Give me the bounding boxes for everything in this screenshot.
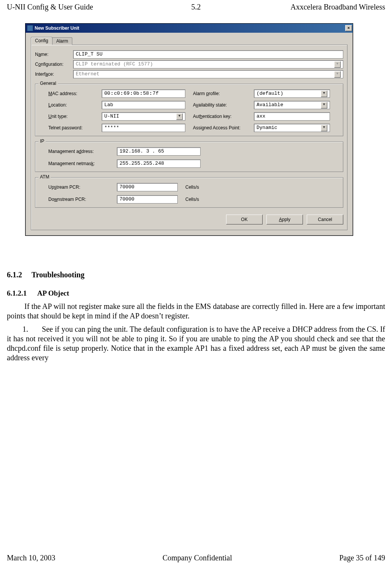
footer-center: Company Confidential — [55, 553, 339, 563]
tab-alarm[interactable]: Alarm — [52, 37, 72, 45]
interface-select: Ethernet ▼ — [73, 70, 343, 78]
heading-6-1-2: 6.1.2 Troubleshooting — [7, 270, 385, 280]
list-item-1: 1. See if you can ping the unit. The def… — [7, 325, 385, 363]
name-input[interactable]: CLIP_T SU — [73, 50, 343, 59]
upstream-pcr-input[interactable]: 70000 — [117, 183, 178, 191]
group-ip: IP Management address: 192.168. 3 . 65 M… — [35, 142, 343, 172]
configuration-select[interactable]: CLIP terminated (RFC 1577) ▼ — [73, 60, 343, 68]
alarm-profile-select[interactable]: (default)▼ — [254, 89, 330, 98]
legend-atm: ATM — [38, 174, 51, 180]
telnet-password-input[interactable]: ***** — [102, 124, 185, 132]
paragraph-intro: If the AP will not register make sure al… — [7, 302, 385, 321]
chevron-down-icon: ▼ — [334, 61, 341, 68]
unit-type-select[interactable]: U-NII▼ — [102, 112, 185, 121]
upstream-pcr-label: Upstream PCR: — [48, 185, 109, 190]
alarm-profile-label: Alarm profile: — [193, 91, 246, 97]
list-text: See if you can ping the unit. The defaul… — [7, 325, 385, 362]
tab-row: Config Alarm — [31, 37, 347, 45]
window-title: New Subscriber Unit — [35, 25, 79, 31]
downstream-pcr-input[interactable]: 70000 — [117, 195, 178, 204]
group-general: General MAC address: 00:c0:69:0b:58:7f A… — [35, 84, 343, 136]
downstream-pcr-label: Downstream PCR: — [48, 197, 109, 202]
heading-6-1-2-1: 6.1.2.1 AP Object — [7, 289, 385, 298]
chevron-down-icon: ▼ — [334, 71, 341, 78]
legend-ip: IP — [38, 138, 46, 144]
tab-config[interactable]: Config — [31, 37, 53, 45]
chevron-down-icon: ▼ — [321, 102, 327, 108]
header-right: Axxcelera Broadband Wireless — [290, 2, 385, 12]
unit-type-label: Unit type: — [48, 114, 94, 119]
auth-key-input[interactable]: axx — [254, 112, 330, 121]
header-left: U-NII Config & User Guide — [7, 2, 93, 12]
assigned-ap-select[interactable]: Dynamic▼ — [254, 124, 330, 132]
tab-config-label: Config — [35, 38, 48, 43]
ok-button[interactable]: OK — [226, 215, 263, 224]
location-input[interactable]: Lab — [102, 101, 185, 109]
dialog-new-subscriber-unit: New Subscriber Unit × Config Alarm Name:… — [25, 23, 353, 236]
mac-label: MAC address: — [48, 91, 94, 97]
interface-label: Interface: — [35, 72, 73, 77]
chevron-down-icon: ▼ — [176, 113, 183, 120]
mgmt-netmask-label: Management netmask: — [48, 161, 109, 167]
telnet-label: Telnet password: — [48, 125, 94, 131]
mgmt-address-input[interactable]: 192.168. 3 . 65 — [117, 147, 201, 156]
availability-label: Availability state: — [193, 102, 246, 108]
list-number: 1. — [22, 325, 28, 333]
titlebar[interactable]: New Subscriber Unit × — [25, 24, 353, 33]
mgmt-netmask-input[interactable]: 255.255.255.248 — [117, 159, 201, 168]
footer-right: Page 35 of 149 — [339, 553, 385, 563]
location-label: Location: — [48, 102, 94, 108]
downstream-unit: Cells/s — [185, 197, 208, 202]
availability-select[interactable]: Available▼ — [254, 101, 330, 109]
mac-input[interactable]: 00:c0:69:0b:58:7f — [102, 89, 185, 98]
apply-button[interactable]: Apply — [266, 215, 303, 224]
assigned-ap-label: Assigned Access Point: — [193, 125, 246, 131]
chevron-down-icon: ▼ — [321, 125, 327, 131]
auth-key-label: Authentication key: — [193, 114, 246, 119]
chevron-down-icon: ▼ — [321, 91, 327, 97]
footer-left: March 10, 2003 — [7, 553, 55, 563]
mgmt-address-label: Management address: — [48, 149, 109, 154]
close-button[interactable]: × — [345, 25, 352, 31]
configuration-label: Configuration: — [35, 62, 73, 67]
app-icon — [27, 25, 33, 31]
cancel-button[interactable]: Cancel — [307, 215, 343, 224]
group-atm: ATM Upstream PCR: 70000 Cells/s Downstre… — [35, 177, 343, 208]
tab-alarm-label: Alarm — [56, 38, 68, 44]
legend-general: General — [38, 81, 58, 86]
upstream-unit: Cells/s — [185, 185, 208, 190]
tab-panel-config: Name: CLIP_T SU Configuration: CLIP term… — [31, 45, 347, 230]
name-label: Name: — [35, 52, 73, 57]
